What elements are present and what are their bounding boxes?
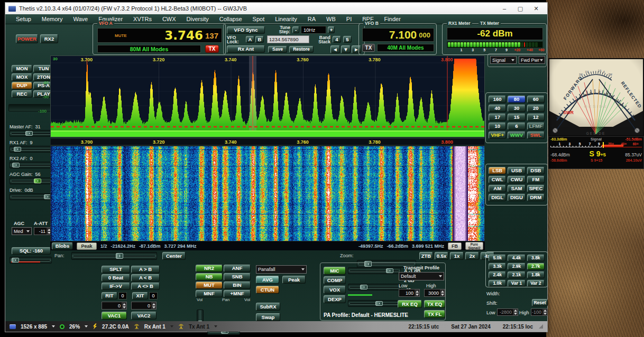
- vfo-a-tx-button[interactable]: TX: [205, 45, 219, 53]
- rx-meter-mode-select[interactable]: Signal: [490, 56, 517, 64]
- menu-item[interactable]: XVTRs: [128, 16, 157, 22]
- zoom-preset-button[interactable]: 0.5x: [435, 252, 448, 260]
- tune-step-plus-button[interactable]: +: [328, 26, 335, 33]
- level-slider[interactable]: [10, 162, 53, 168]
- peak-button[interactable]: Peak: [77, 242, 97, 250]
- comp-button[interactable]: COMP: [324, 276, 346, 284]
- band-button[interactable]: 60: [527, 96, 545, 103]
- waterfall-display[interactable]: [50, 146, 485, 241]
- menu-item[interactable]: Setup: [11, 16, 36, 22]
- band-button[interactable]: 30: [508, 105, 525, 112]
- slider-thumb[interactable]: [12, 163, 20, 167]
- vfo-lock-b-button[interactable]: B: [255, 36, 264, 43]
- filter-button[interactable]: 5.0k: [489, 255, 506, 261]
- vfo-a-band-mode[interactable]: 80M All Modes: [97, 45, 201, 53]
- vox-slider[interactable]: [348, 300, 401, 307]
- level-slider[interactable]: [10, 130, 53, 137]
- mode-button[interactable]: DIGL: [489, 194, 506, 201]
- slider-thumb[interactable]: [34, 179, 41, 183]
- rx-ant-button[interactable]: Rx Ant: [227, 45, 265, 53]
- band-button[interactable]: VHF+: [489, 132, 506, 139]
- band-button[interactable]: SWL: [527, 132, 545, 139]
- waterfall-canvas[interactable]: [51, 146, 484, 241]
- dexp-button[interactable]: DEXP: [324, 295, 346, 303]
- mode-button[interactable]: CWL: [489, 176, 506, 183]
- tune-step-minus-button[interactable]: -: [292, 26, 299, 33]
- vfo-op-button[interactable]: 0 Beat: [102, 274, 130, 282]
- filter-button[interactable]: 4.4k: [508, 255, 525, 261]
- key-button[interactable]: MOX: [12, 73, 32, 81]
- menu-item[interactable]: WB: [321, 16, 341, 22]
- pan-slider[interactable]: [71, 252, 157, 260]
- power-button[interactable]: POWER: [16, 34, 38, 43]
- step-left-button[interactable]: ◄: [330, 45, 340, 53]
- vfo-op-button[interactable]: A < B: [131, 274, 160, 282]
- band-button[interactable]: 20: [527, 105, 545, 112]
- xit-button[interactable]: XIT: [132, 292, 148, 299]
- slider-thumb[interactable]: [386, 268, 393, 273]
- dsp-button[interactable]: BIN: [224, 282, 251, 289]
- menu-item[interactable]: Wave: [68, 16, 93, 22]
- transmit-profile-select[interactable]: Default: [399, 272, 444, 280]
- slider-thumb[interactable]: [360, 285, 367, 289]
- band-button[interactable]: 10: [489, 123, 506, 130]
- maximize-button[interactable]: ▢: [512, 5, 528, 12]
- band-button[interactable]: 17: [489, 114, 506, 121]
- pure-signal-button[interactable]: PureSignal2: [465, 242, 483, 250]
- band-button[interactable]: LFMF: [527, 123, 545, 130]
- filter-low-spinner[interactable]: -2800: [497, 308, 518, 316]
- vfo-op-button[interactable]: A > B: [131, 266, 160, 273]
- band-button[interactable]: 160: [489, 96, 506, 103]
- squelch-button[interactable]: SQL: -160: [12, 247, 51, 255]
- rx2-button[interactable]: RX2: [40, 34, 58, 43]
- squelch-slider[interactable]: [10, 257, 52, 264]
- rit-spinner[interactable]: 0: [102, 302, 127, 310]
- comp-slider[interactable]: [348, 284, 401, 291]
- key-button[interactable]: REC: [12, 90, 32, 98]
- band-button[interactable]: 40: [489, 105, 506, 112]
- menu-item[interactable]: Collapse: [214, 16, 247, 22]
- menu-item[interactable]: CWX: [157, 16, 181, 22]
- band-button[interactable]: 15: [508, 114, 525, 121]
- spectrum-canvas[interactable]: [51, 56, 484, 137]
- save-button[interactable]: Save: [268, 46, 287, 53]
- key-button[interactable]: MON: [12, 65, 32, 72]
- mode-button[interactable]: CWU: [508, 176, 525, 183]
- band-button[interactable]: 12: [527, 114, 545, 121]
- fb-button[interactable]: FB: [448, 242, 462, 250]
- rx-eq-button[interactable]: RX EQ: [398, 300, 422, 308]
- tx-low-spinner[interactable]: 100: [399, 289, 420, 297]
- vac1-button[interactable]: VAC1: [102, 312, 127, 320]
- mode-button[interactable]: USB: [508, 167, 525, 174]
- band-stack-4-button[interactable]: 4: [333, 36, 341, 43]
- band-button[interactable]: 6: [508, 123, 525, 130]
- tx-eq-button[interactable]: TX EQ: [424, 300, 445, 308]
- vfo-op-button[interactable]: A <> B: [131, 283, 160, 290]
- mic-gain-slider[interactable]: [348, 267, 401, 274]
- mode-button[interactable]: DIGU: [508, 194, 525, 201]
- menu-item[interactable]: Linearity: [270, 16, 302, 22]
- slider-thumb[interactable]: [25, 131, 33, 136]
- slider-thumb[interactable]: [12, 258, 19, 263]
- vfo-b-display[interactable]: 7.100 000: [362, 28, 434, 42]
- mic-button[interactable]: MIC: [324, 267, 346, 275]
- rx-antenna-value[interactable]: Rx Ant 1: [144, 324, 165, 330]
- vfo-b-tx-button[interactable]: TX: [362, 44, 375, 52]
- dsp-button[interactable]: NR2: [196, 265, 223, 272]
- mode-button[interactable]: FM: [527, 176, 545, 183]
- band-button[interactable]: 80: [508, 96, 525, 103]
- slider-thumb[interactable]: [14, 147, 21, 152]
- menu-item[interactable]: RA: [302, 16, 321, 22]
- subrx-button[interactable]: SubRX: [256, 303, 280, 311]
- avg-button[interactable]: AVG: [256, 276, 279, 284]
- menu-item[interactable]: Diversity: [181, 16, 214, 22]
- spectrum-display[interactable]: 3.7003.7203.7403.7603.7803.800 30: [50, 55, 485, 137]
- blobs-button[interactable]: Blobs: [52, 242, 73, 250]
- filter-high-spinner[interactable]: -100: [531, 308, 548, 316]
- resolution-value[interactable]: 1526 x 885: [21, 324, 47, 330]
- menu-item[interactable]: Finder: [379, 16, 406, 22]
- filter-shift-reset-button[interactable]: Reset: [532, 299, 548, 306]
- resize-grip[interactable]: [539, 324, 543, 329]
- menu-item[interactable]: Spot: [247, 16, 270, 22]
- title-bar[interactable]: Thetis v2.10.3.4 x64 (01/07/24) (FW v7.3…: [5, 3, 547, 14]
